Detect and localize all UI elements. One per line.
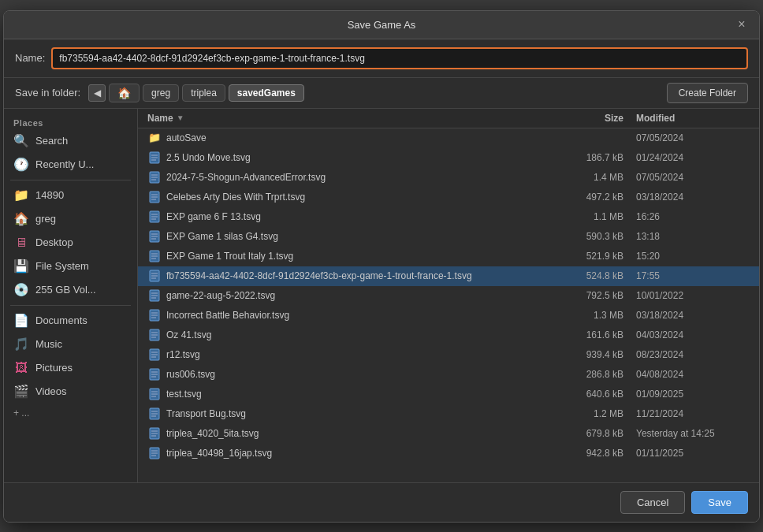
- file-modified: 11/21/2024: [623, 408, 750, 419]
- file-tsvg-icon: [147, 249, 162, 263]
- file-size: 942.8 kB: [553, 448, 623, 459]
- sidebar-item-documents[interactable]: 📄 Documents: [4, 309, 137, 333]
- file-tsvg-icon: [147, 229, 162, 244]
- sidebar-add-item[interactable]: + ...: [4, 404, 137, 422]
- sidebar-search-label: Search: [35, 135, 68, 147]
- file-tsvg-icon: [147, 269, 162, 283]
- table-row[interactable]: Celebes Arty Dies With Trprt.tsvg497.2 k…: [138, 188, 759, 207]
- name-row: Name:: [4, 39, 759, 78]
- sidebar-item-music[interactable]: 🎵 Music: [4, 333, 137, 356]
- filesystem-icon: 💾: [13, 259, 29, 274]
- table-row[interactable]: EXP Game 1 silas G4.tsvg590.3 kB13:18: [138, 227, 759, 247]
- file-size: 186.7 kB: [553, 152, 623, 163]
- file-modified: 01/09/2025: [623, 389, 750, 400]
- file-name: test.tsvg: [166, 389, 553, 400]
- file-tsvg-icon: [147, 308, 162, 322]
- file-name: Transport Bug.tsvg: [166, 408, 553, 419]
- sidebar-item-recently-used[interactable]: 🕐 Recently U...: [4, 153, 137, 177]
- breadcrumb-greg[interactable]: greg: [143, 84, 179, 102]
- file-tsvg-icon: [147, 288, 162, 303]
- file-tsvg-icon: [147, 328, 162, 342]
- sidebar-greg-label: greg: [35, 213, 56, 225]
- breadcrumb-savedgames[interactable]: savedGames: [229, 84, 304, 102]
- table-row[interactable]: EXP Game 1 Trout Italy 1.tsvg521.9 kB15:…: [138, 247, 759, 266]
- file-name: Incorrect Battle Behavior.tsvg: [166, 310, 553, 321]
- table-row[interactable]: 📁autoSave07/05/2024: [138, 128, 759, 148]
- file-name: triplea_4020_5ita.tsvg: [166, 428, 553, 439]
- file-name: r12.tsvg: [166, 349, 553, 360]
- breadcrumb-row: Save in folder: ◀ 🏠 greg triplea savedGa…: [4, 78, 759, 109]
- file-modified: 04/08/2024: [623, 369, 750, 380]
- filename-input[interactable]: [51, 47, 748, 69]
- file-header: Name ▼ Size Modified: [138, 109, 759, 128]
- sidebar-item-search[interactable]: 🔍 Search: [4, 129, 137, 153]
- sidebar-item-255gb[interactable]: 💿 255 GB Vol...: [4, 278, 137, 302]
- file-modified: 01/11/2025: [623, 448, 750, 459]
- sort-icon: ▼: [177, 113, 184, 122]
- pictures-icon: 🖼: [13, 360, 29, 376]
- file-modified: 03/18/2024: [623, 310, 750, 321]
- breadcrumb-triplea-label: triplea: [191, 87, 217, 99]
- file-size: 286.8 kB: [553, 369, 623, 380]
- search-icon: 🔍: [13, 133, 29, 149]
- sidebar-desktop-label: Desktop: [35, 236, 73, 248]
- title-bar: Save Game As ×: [4, 11, 759, 39]
- file-name: game-22-aug-5-2022.tsvg: [166, 290, 553, 301]
- sidebar-item-pictures[interactable]: 🖼 Pictures: [4, 356, 137, 380]
- table-row[interactable]: r12.tsvg939.4 kB08/23/2024: [138, 345, 759, 365]
- file-size: 1.1 MB: [553, 211, 623, 222]
- file-name: autoSave: [166, 132, 553, 143]
- close-button[interactable]: ×: [734, 17, 750, 32]
- drive-icon: 💿: [13, 282, 29, 298]
- folder-gray-icon: 📁: [13, 188, 29, 203]
- sidebar-item-greg[interactable]: 🏠 greg: [4, 207, 137, 231]
- table-row[interactable]: EXP game 6 F 13.tsvg1.1 MB16:26: [138, 207, 759, 227]
- table-row[interactable]: triplea_4020_5ita.tsvg679.8 kBYesterday …: [138, 424, 759, 444]
- file-size: 792.5 kB: [553, 290, 623, 301]
- file-modified: 08/23/2024: [623, 349, 750, 360]
- file-size: 1.4 MB: [553, 172, 623, 183]
- table-row[interactable]: rus006.tsvg286.8 kB04/08/2024: [138, 365, 759, 385]
- file-modified: 01/24/2024: [623, 152, 750, 163]
- file-tsvg-icon: [147, 348, 162, 362]
- column-header-modified: Modified: [623, 113, 750, 124]
- sidebar-item-14890[interactable]: 📁 14890: [4, 184, 137, 207]
- cancel-button[interactable]: Cancel: [620, 491, 685, 514]
- back-button[interactable]: ◀: [88, 84, 106, 102]
- sidebar-recent-label: Recently U...: [35, 158, 94, 170]
- file-size: 524.8 kB: [553, 270, 623, 281]
- bottom-bar: Cancel Save: [4, 482, 759, 522]
- table-row[interactable]: Oz 41.tsvg161.6 kB04/03/2024: [138, 326, 759, 345]
- sidebar-filesystem-label: File System: [35, 260, 89, 272]
- sidebar-divider-2: [10, 305, 131, 306]
- table-row[interactable]: triplea_40498_16jap.tsvg942.8 kB01/11/20…: [138, 444, 759, 463]
- column-header-name[interactable]: Name ▼: [147, 113, 553, 124]
- file-modified: 07/05/2024: [623, 132, 750, 143]
- file-name: rus006.tsvg: [166, 369, 553, 380]
- file-modified: 15:20: [623, 251, 750, 262]
- sidebar-item-videos[interactable]: 🎬 Videos: [4, 380, 137, 404]
- file-name: EXP Game 1 silas G4.tsvg: [166, 231, 553, 242]
- table-row[interactable]: Incorrect Battle Behavior.tsvg1.3 MB03/1…: [138, 306, 759, 326]
- table-row[interactable]: 2.5 Undo Move.tsvg186.7 kB01/24/2024: [138, 148, 759, 168]
- breadcrumb-home[interactable]: 🏠: [109, 84, 140, 102]
- save-button[interactable]: Save: [691, 491, 748, 514]
- create-folder-button[interactable]: Create Folder: [667, 83, 748, 103]
- sidebar-pictures-label: Pictures: [35, 362, 73, 374]
- table-row[interactable]: game-22-aug-5-2022.tsvg792.5 kB10/01/202…: [138, 286, 759, 306]
- file-tsvg-icon: [147, 387, 162, 401]
- file-name: triplea_40498_16jap.tsvg: [166, 448, 553, 459]
- file-modified: 17:55: [623, 270, 750, 281]
- table-row[interactable]: Transport Bug.tsvg1.2 MB11/21/2024: [138, 404, 759, 424]
- breadcrumb-triplea[interactable]: triplea: [182, 84, 225, 102]
- table-row[interactable]: 2024-7-5-Shogun-AdvancedError.tsvg1.4 MB…: [138, 168, 759, 188]
- table-row[interactable]: fb735594-aa42-4402-8dcf-91d2924ef3cb-exp…: [138, 266, 759, 286]
- documents-icon: 📄: [13, 313, 29, 329]
- file-name: EXP Game 1 Trout Italy 1.tsvg: [166, 251, 553, 262]
- name-label: Name:: [15, 52, 45, 64]
- sidebar-item-filesystem[interactable]: 💾 File System: [4, 255, 137, 278]
- sidebar-item-desktop[interactable]: 🖥 Desktop: [4, 231, 137, 255]
- table-row[interactable]: test.tsvg640.6 kB01/09/2025: [138, 385, 759, 404]
- music-icon: 🎵: [13, 337, 29, 352]
- home-icon: 🏠: [117, 87, 131, 99]
